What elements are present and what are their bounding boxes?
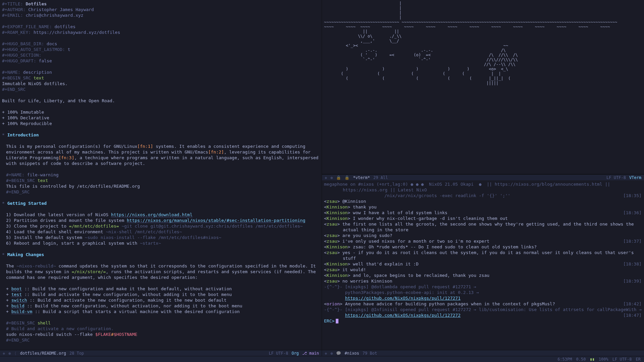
step-5: 5) Install the default system ~sudo nixo…: [2, 235, 320, 240]
org-title-line: #+TITLE: Dotfiles: [2, 1, 320, 7]
vterm-buffer[interactable]: | | | | ~~~~~~~~~~~~~~~~~~~~~~~~~~~~~~~ …: [322, 0, 644, 174]
pr-link-2[interactable]: https://github.com/NixOS/nixpkgs/pull/12…: [345, 313, 461, 318]
modified-icon: ●: [330, 175, 333, 181]
chat-message: [18:39]<zsau> no worries Kinnison: [324, 278, 642, 284]
emacs-frame: #+TITLE: Dotfiles #+AUTHOR: Christopher …: [0, 0, 644, 356]
erc-prompt-line[interactable]: ERC>: [324, 318, 642, 324]
chat-icon: 💬: [336, 350, 341, 356]
git-branch: main: [309, 351, 319, 356]
readonly-icon: 🔒: [344, 175, 350, 181]
buffer-position: 28 Top: [69, 350, 84, 356]
chat-message: [18:37]<zsau> i've only used nixos for a…: [324, 238, 642, 244]
erc-buffer[interactable]: megaphone on #nixos (+nrt,lag:0) ● ● ● N…: [322, 180, 644, 350]
battery-icon: ▮▮: [590, 356, 594, 362]
buffer-position: 29 All: [373, 175, 388, 181]
chat-message: <Kinnison> zsau: Oh *rude words* -- Do I…: [324, 244, 642, 250]
heading-making-changes[interactable]: * Making Changes: [2, 252, 320, 257]
chat-message: [18:36]<Kinnison> wow I have a lot of ol…: [324, 210, 642, 216]
making-changes-paragraph: The ~nixos-rebuild~ command updates the …: [2, 263, 320, 280]
aquarium-ascii: | | | | ~~~~~~~~~~~~~~~~~~~~~~~~~~~~~~~ …: [324, 1, 642, 85]
load-average: 0.50: [576, 356, 586, 362]
buffer-position: 79 Bot: [363, 350, 377, 356]
lock-icon: 🔒: [336, 175, 341, 181]
msg-orion: [18:42]<orion> Anyone have advice for bu…: [324, 301, 642, 307]
intro-paragraph: This is my personal configuration(s) for…: [2, 143, 320, 166]
step-6: 6) Reboot and login, start a graphical s…: [2, 240, 320, 246]
chat-message: <zsau> it would!: [324, 267, 642, 273]
org-buffer[interactable]: #+TITLE: Dotfiles #+AUTHOR: Christopher …: [0, 0, 322, 350]
modeline-org[interactable]: ◆ ● ⟨ dotfiles/README.org 28 Top LF UTF-…: [0, 350, 322, 356]
org-export-line: #+EXPORT_FILE_NAME: dotfiles: [2, 24, 320, 29]
tagline: Built for Life, Liberty, and the Open Ro…: [2, 98, 320, 104]
step-3: 3) Clone the project to =/mnt/etc/dotfil…: [2, 223, 320, 229]
partition-link[interactable]: https://nixos.org/manual/nixos/stable/#s…: [127, 218, 305, 223]
battery-percent: 100%: [599, 356, 608, 362]
download-link[interactable]: https://nixos.org/download.html: [111, 212, 193, 217]
branch-icon: ⎇: [302, 351, 307, 356]
buffer-name: #nixos: [344, 350, 359, 356]
org-roam-line: #+ROAM_KEY: https://chrishayward.xyz/dot…: [2, 29, 320, 35]
step-1: 1) Download the latest version of NixOS …: [2, 212, 320, 218]
modeline-vterm[interactable]: ◆ ● 🔒 🔒 *vterm* 29 All LF UTF-8 VTerm: [322, 174, 644, 180]
heading-getting-started[interactable]: * Getting Started: [2, 200, 320, 206]
chat-message: <zsau> yes - if you do it as root it cle…: [324, 250, 642, 261]
chat-message: <zsau> are you using sudo?: [324, 233, 642, 238]
modified-icon: ●: [330, 350, 333, 356]
status-bar: 6:53PM 0.50 ▮▮ 100% LF UTF-8 ER: [0, 356, 644, 362]
evil-state-icon: ◆: [3, 350, 5, 356]
right-column: | | | | ~~~~~~~~~~~~~~~~~~~~~~~~~~~~~~~ …: [322, 0, 644, 356]
chat-message: <Kinnison> I wonder why nix-collect-garb…: [324, 216, 642, 221]
evil-state-icon: ◆: [325, 175, 327, 181]
major-mode: VTerm: [629, 175, 641, 181]
pr-notice-2: -{^-^}- [nixpkgs] @Infinisil opened pull…: [324, 307, 642, 312]
server-notice: megaphone on #nixos (+nrt,lag:0) ● ● ● N…: [324, 181, 642, 193]
major-mode: ER: [636, 356, 641, 362]
encoding: LF UTF-8: [269, 350, 288, 356]
chat-message: <zsau> the first one lists all the gcroo…: [324, 221, 642, 233]
chat-message: [18:38]<Kinnison> well that'd explain it…: [324, 261, 642, 267]
clock: 6:53PM: [557, 356, 572, 362]
modified-icon: ●: [8, 350, 11, 356]
evil-state-icon: ◆: [325, 350, 327, 356]
cursor-icon: [336, 319, 338, 323]
pr-link-1[interactable]: https://github.com/NixOS/nixpkgs/pull/12…: [345, 296, 461, 301]
step-4: 4) Load the default shell environment ~n…: [2, 229, 320, 235]
left-column: #+TITLE: Dotfiles #+AUTHOR: Christopher …: [0, 0, 322, 356]
modeline-erc[interactable]: ◆ ● 💬 #nixos 79 Bot: [322, 350, 644, 356]
encoding: LF UTF-8: [612, 356, 632, 362]
chat-message: <Kinnison> thank you: [324, 204, 642, 210]
heading-introduction[interactable]: * Introduction: [2, 132, 320, 138]
org-email-line: #+EMAIL: chris@chrishayward.xyz: [2, 12, 320, 18]
chat-message: <Kinnison> and lo, space begins to be re…: [324, 273, 642, 278]
step-2: 2) Partition drives and mount the file s…: [2, 218, 320, 223]
buffer-name: dotfiles/README.org: [20, 350, 66, 356]
major-mode: Org: [291, 350, 299, 356]
org-author-line: #+AUTHOR: Christopher James Hayward: [2, 7, 320, 12]
description-body: Immutable NixOS dotfiles.: [2, 81, 320, 86]
encoding: LF UTF-8: [606, 175, 626, 181]
buffer-name: *vterm*: [353, 175, 370, 181]
pr-notice-1: -{^-^}- [nixpkgs] @dotlambda opened pull…: [324, 284, 642, 290]
chat-message: <zsau> @Kinnison: [324, 198, 642, 204]
